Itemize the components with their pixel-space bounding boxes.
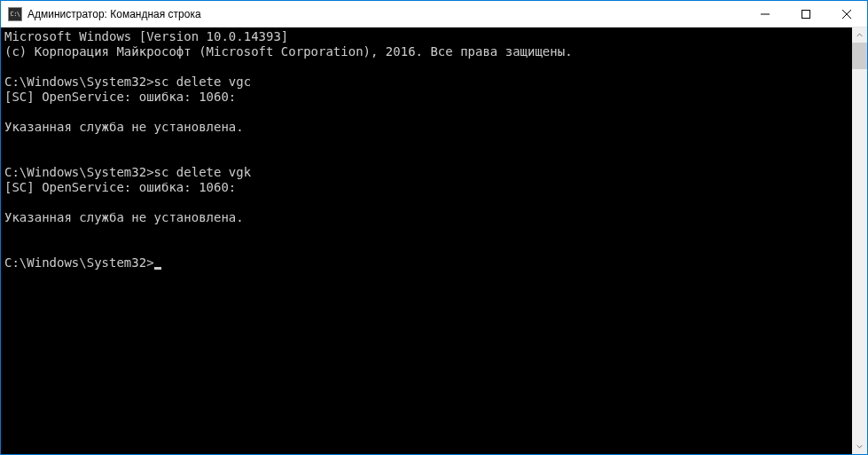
minimize-button[interactable] bbox=[745, 1, 786, 27]
vertical-scrollbar[interactable] bbox=[852, 27, 867, 454]
scroll-down-button[interactable] bbox=[852, 439, 867, 454]
window-controls bbox=[745, 1, 867, 27]
maximize-icon bbox=[802, 10, 810, 19]
chevron-down-icon bbox=[856, 443, 863, 450]
scroll-up-button[interactable] bbox=[852, 27, 867, 43]
content-area: Microsoft Windows [Version 10.0.14393] (… bbox=[1, 27, 867, 454]
window-title: Администратор: Командная строка bbox=[27, 8, 745, 20]
titlebar[interactable]: C:\ Администратор: Командная строка bbox=[1, 1, 867, 27]
terminal-cursor bbox=[154, 267, 161, 270]
terminal-output[interactable]: Microsoft Windows [Version 10.0.14393] (… bbox=[1, 27, 852, 454]
close-button[interactable] bbox=[826, 1, 867, 27]
command-prompt-window: C:\ Администратор: Командная строка Micr… bbox=[0, 0, 868, 455]
app-icon: C:\ bbox=[8, 7, 22, 21]
scroll-track[interactable] bbox=[852, 43, 867, 439]
svg-rect-1 bbox=[802, 10, 810, 18]
minimize-icon bbox=[761, 10, 770, 19]
close-icon bbox=[842, 10, 851, 19]
scroll-thumb[interactable] bbox=[852, 43, 867, 69]
maximize-button[interactable] bbox=[786, 1, 826, 27]
chevron-up-icon bbox=[856, 32, 863, 38]
